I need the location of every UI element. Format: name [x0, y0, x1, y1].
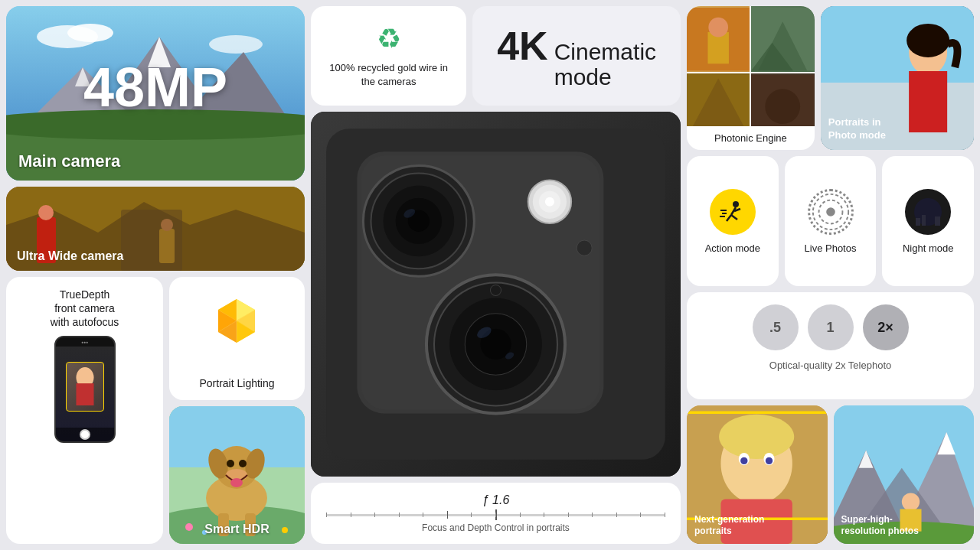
svg-line-85: [727, 215, 731, 221]
tick-2: [351, 513, 351, 517]
middle-column: ♻ 100% recycled gold wire in the cameras…: [311, 6, 681, 544]
tick-14: [640, 513, 641, 517]
smart-hdr-label: Smart HDR: [169, 522, 305, 536]
main-camera-label: Main camera: [18, 151, 120, 171]
cinematic-card: 4K Cinematicmode: [472, 6, 681, 106]
telephoto-label: Optical-quality 2x Telephoto: [769, 360, 891, 371]
svg-point-70: [708, 18, 728, 37]
camera-module-card: [311, 112, 681, 477]
svg-point-83: [733, 201, 739, 207]
portraits-photo-label: Portraits inPhoto mode: [828, 116, 886, 142]
cinematic-resolution: 4K: [497, 23, 547, 69]
svg-point-38: [239, 460, 247, 467]
photonic-label: Photonic Engine: [687, 126, 815, 150]
photonic-img-4: [751, 73, 814, 126]
phone-screen: ●●●: [56, 337, 114, 441]
top-feature-row: ♻ 100% recycled gold wire in the cameras…: [311, 6, 681, 106]
photonic-img-1: [687, 6, 750, 72]
night-mode-icon: [905, 189, 951, 235]
tick-13: [616, 513, 617, 517]
tick-3: [374, 513, 375, 517]
main-camera-card: 48MP Main camera: [6, 6, 305, 181]
truedepth-title: TrueDepthfront camerawith autofocus: [51, 288, 119, 330]
photonic-engine-card: Photonic Engine: [687, 6, 815, 150]
svg-point-67: [490, 285, 501, 295]
bottom-right-row: Next-generationportraits: [687, 405, 974, 544]
action-mode-icon: [710, 189, 756, 235]
focus-control-card: ƒ 1.6: [311, 483, 681, 544]
svg-point-100: [719, 415, 794, 459]
action-mode-label: Action mode: [705, 242, 760, 254]
svg-point-93: [826, 207, 835, 216]
zoom-05-button[interactable]: .5: [753, 304, 799, 350]
zoom-2x-button[interactable]: 2×: [863, 304, 909, 350]
tick-11: [568, 513, 569, 517]
svg-rect-96: [922, 215, 926, 226]
phone-shutter-button[interactable]: [80, 429, 90, 440]
ultrawide-label: Ultra Wide camera: [17, 249, 123, 263]
live-photos-card: Live Photos: [785, 156, 877, 286]
tick-6: [447, 511, 448, 519]
portrait-lighting-title: Portrait Lighting: [199, 377, 274, 389]
live-photos-label: Live Photos: [805, 242, 857, 254]
left-column: 48MP Main camera Ultra Wide camera: [6, 6, 305, 544]
bottom-left-row: TrueDepthfront camerawith autofocus ●●●: [6, 277, 305, 544]
portrait-lighting-icon: [211, 294, 264, 347]
photonic-img-3: [687, 73, 750, 126]
tick-12: [592, 513, 593, 517]
night-mode-card: Night mode: [882, 156, 974, 286]
svg-point-65: [545, 197, 554, 207]
svg-point-3: [209, 35, 263, 54]
camera-body: [311, 112, 681, 477]
recycle-icon: ♻: [377, 23, 401, 55]
mode-row: Action mode Live Photos: [687, 156, 974, 286]
svg-rect-97: [935, 216, 940, 226]
photonic-images: [687, 6, 815, 126]
right-column: Photonic Engine Portraits inPhoto mo: [687, 6, 974, 544]
svg-line-86: [731, 215, 737, 220]
svg-point-2: [67, 24, 113, 42]
recycled-gold-card: ♻ 100% recycled gold wire in the cameras: [311, 6, 466, 106]
svg-point-103: [740, 457, 747, 464]
svg-point-114: [901, 493, 919, 510]
night-mode-label: Night mode: [903, 242, 953, 254]
tick-5: [423, 513, 423, 517]
tick-4: [399, 513, 400, 517]
svg-rect-95: [916, 218, 920, 226]
truedepth-card: TrueDepthfront camerawith autofocus ●●●: [6, 277, 163, 544]
svg-rect-19: [76, 383, 93, 405]
recycled-gold-text: 100% recycled gold wire in the cameras: [323, 61, 454, 89]
focus-slider[interactable]: [326, 512, 665, 518]
focus-label: Focus and Depth Control in portraits: [422, 522, 570, 533]
tick-1: [326, 513, 327, 517]
next-gen-portraits-card: Next-generationportraits: [687, 405, 828, 544]
super-hires-card: Super-high-resolution photos: [834, 405, 975, 544]
svg-rect-81: [909, 71, 947, 132]
super-hires-label: Super-high-resolution photos: [841, 514, 919, 538]
photonic-img-2: [751, 6, 814, 72]
phone-bottom-bar: [56, 428, 114, 441]
zoom-1-button[interactable]: 1: [808, 304, 854, 350]
phone-viewfinder: [66, 362, 104, 412]
phone-mockup: ●●●: [54, 336, 116, 443]
portrait-lighting-card: Portrait Lighting: [169, 277, 305, 400]
cinematic-content: 4K Cinematicmode: [497, 23, 656, 89]
svg-point-37: [227, 460, 234, 467]
ultrawide-card: Ultra Wide camera: [6, 187, 305, 271]
phone-camera-ui: [56, 347, 114, 428]
top-right-row: Photonic Engine Portraits inPhoto mo: [687, 6, 974, 150]
action-mode-card: Action mode: [687, 156, 779, 286]
aperture-display: ƒ 1.6: [482, 493, 510, 507]
portraits-photo-card: Portraits inPhoto mode: [821, 6, 974, 150]
live-photos-icon: [808, 189, 854, 235]
slider-ticks: [326, 514, 665, 516]
svg-point-82: [906, 24, 949, 57]
tick-9: [520, 513, 521, 517]
smart-hdr-card: Smart HDR: [169, 406, 305, 544]
phone-top-bar: ●●●: [56, 337, 114, 347]
tick-10: [544, 513, 544, 517]
cinematic-mode-text: Cinematicmode: [554, 39, 656, 89]
svg-rect-17: [121, 210, 182, 271]
slider-bar: [326, 514, 665, 516]
svg-point-77: [766, 89, 801, 125]
